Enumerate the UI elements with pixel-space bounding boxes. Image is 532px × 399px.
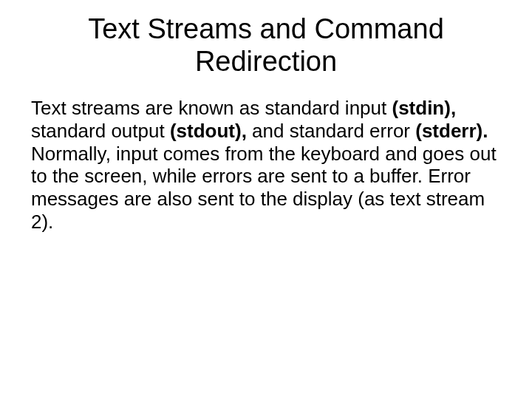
slide-title: Text Streams and Command Redirection: [31, 13, 501, 78]
bold-stdout: (stdout),: [170, 120, 247, 142]
bold-stderr: (stderr).: [415, 120, 488, 142]
body-text: and standard error: [247, 120, 415, 142]
bold-stdin: (stdin),: [392, 97, 456, 119]
body-text: standard output: [31, 120, 170, 142]
slide-body: Text streams are known as standard input…: [31, 97, 501, 233]
slide: Text Streams and Command Redirection Tex…: [0, 0, 532, 399]
body-text: Normally, input comes from the keyboard …: [31, 143, 497, 233]
body-text: Text streams are known as standard input: [31, 97, 392, 119]
